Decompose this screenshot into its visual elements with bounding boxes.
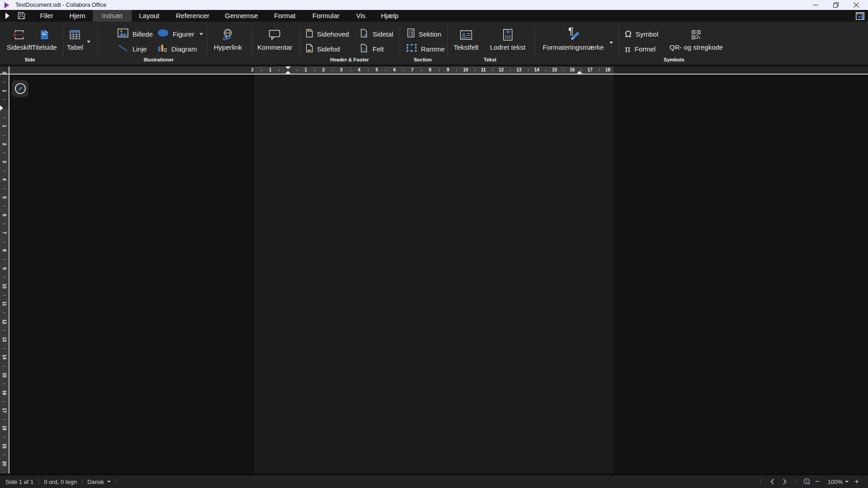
ruler-number: 14 [534,67,539,73]
field-icon: (-) [361,44,368,54]
footer-page-icon [306,44,313,54]
ribbon-separator [252,26,252,56]
footer-button[interactable]: Sidefod [306,43,340,54]
zoom-level[interactable]: 100% [828,479,843,485]
tab-hjem[interactable]: Hjem [69,10,85,22]
ruler-number: 2 [1,141,7,147]
ruler-tick [3,384,6,384]
ribbon-separator [63,26,63,56]
ruler-tick [546,69,546,71]
ruler-tick [3,259,6,260]
formatting-mark-icon: ¶ [566,26,580,43]
ruler-number: 2 [251,67,254,73]
title-page-button[interactable]: Titelside [32,26,57,52]
tab-hjaelp[interactable]: Hjælp [381,10,398,22]
zoom-dropdown-arrow-icon[interactable] [845,481,849,483]
insert-formula-button[interactable]: π Formel [625,43,656,54]
comment-button[interactable]: Kommentar [257,26,292,52]
document-page[interactable] [255,75,613,474]
ruler-tick [3,455,6,455]
table-button[interactable]: Tabel [67,26,83,52]
left-indent-marker[interactable] [285,71,291,74]
tab-layout[interactable]: Layout [139,10,159,22]
first-line-indent-marker[interactable] [285,66,291,69]
ruler-number: 5 [376,67,378,73]
tab-filer[interactable]: Filer [40,10,53,22]
ruler-number: 8 [429,67,432,73]
group-label-symbols: Symbols [664,57,684,62]
ruler-number: 16 [570,67,575,73]
ruler-number: 5 [1,194,7,201]
close-button[interactable] [846,0,866,10]
qr-barcode-button[interactable]: QR- og stregkode [670,26,723,52]
ruler-tick [3,206,6,206]
ruler-number: 7 [411,67,414,73]
ruler-number: 7 [1,230,7,236]
table-dropdown-arrow-icon[interactable] [87,41,90,43]
page-break-button[interactable]: Sideskift [7,26,33,52]
page-status[interactable]: Side 1 af 1 [5,479,33,485]
tab-indsaet[interactable]: Indsæt [93,10,132,22]
zoom-out-button[interactable]: − [815,478,820,485]
minimize-button[interactable] [806,0,826,10]
ruler-number: 14 [1,354,7,360]
tab-format[interactable]: Format [274,10,296,22]
titlebar: TextDocument.odt - Collabora Office [0,0,868,10]
shapes-dropdown-arrow-icon[interactable] [199,33,203,35]
ruler-tick [3,313,6,313]
vertical-text-button[interactable]: A Lodret tekst [490,26,525,52]
field-button[interactable]: (-) Felt [361,43,384,54]
compass-icon [14,82,27,95]
vertical-ruler[interactable]: 211234567891011121314151617181920 [0,75,9,474]
header-page-icon [306,29,313,39]
section-button[interactable]: Sektion [407,28,441,39]
restore-button[interactable] [826,0,846,10]
comment-bubble-icon [269,26,281,43]
text-box-button[interactable]: A Tekstfelt [453,26,478,52]
formatting-mark-dropdown-arrow-icon[interactable] [609,42,613,44]
ruler-number: 13 [516,67,521,73]
next-page-button[interactable] [783,479,787,485]
ruler-number: 18 [1,425,7,431]
svg-text:A: A [462,32,466,38]
text-box-icon: A [460,26,472,43]
page-number-icon: # [361,29,368,39]
shapes-button[interactable]: Figurer [157,28,203,39]
tab-referencer[interactable]: Referencer [176,10,209,22]
ruler-number: 17 [588,67,593,73]
zoom-in-button[interactable]: + [854,478,859,485]
sidebar-toggle-button[interactable] [856,12,864,20]
language-selector[interactable]: Dansk [87,479,111,485]
ruler-tick [315,69,315,71]
ruler-number: 11 [481,67,486,73]
insert-image-button[interactable]: Billede [118,28,153,39]
group-label-side: Side [24,57,35,62]
ruler-number: 16 [1,389,7,396]
hyperlink-button[interactable]: Hyperlink [214,26,242,52]
ruler-tick [3,135,6,136]
right-indent-marker[interactable] [577,71,582,74]
insert-chart-button[interactable]: Diagram [157,43,197,54]
insert-line-button[interactable]: Linje [118,43,147,54]
zoom-reset-button[interactable]: 1 [803,478,811,485]
ruler-number: 15 [1,372,7,378]
header-button[interactable]: Sidehoved [306,28,349,39]
ellipse-shape-icon [157,29,169,39]
word-count[interactable]: 0 ord, 0 tegn [44,479,77,485]
formatting-mark-button[interactable]: ¶ Formateringsmærke [542,26,604,52]
tab-gennemse[interactable]: Gennemse [225,10,258,22]
insert-symbol-button[interactable]: Ω Symbol [625,28,658,39]
horizontal-ruler[interactable]: 21123456789101112131415161718 [0,66,868,74]
save-button[interactable] [18,12,25,19]
top-indent-marker[interactable] [0,105,3,111]
application-window: TextDocument.odt - Collabora Office File… [0,0,868,488]
page-number-button[interactable]: # Sidetal [361,28,393,39]
navigation-compass-button[interactable] [12,80,28,97]
ruler-number: 8 [1,247,7,253]
tab-vis[interactable]: Vis [356,10,366,22]
tab-formular[interactable]: Formular [312,10,340,22]
app-menu-logo-icon[interactable] [5,12,10,19]
frame-button[interactable]: Ramme [406,43,445,54]
svg-text:(-): (-) [362,47,366,52]
previous-page-button[interactable] [770,479,774,485]
